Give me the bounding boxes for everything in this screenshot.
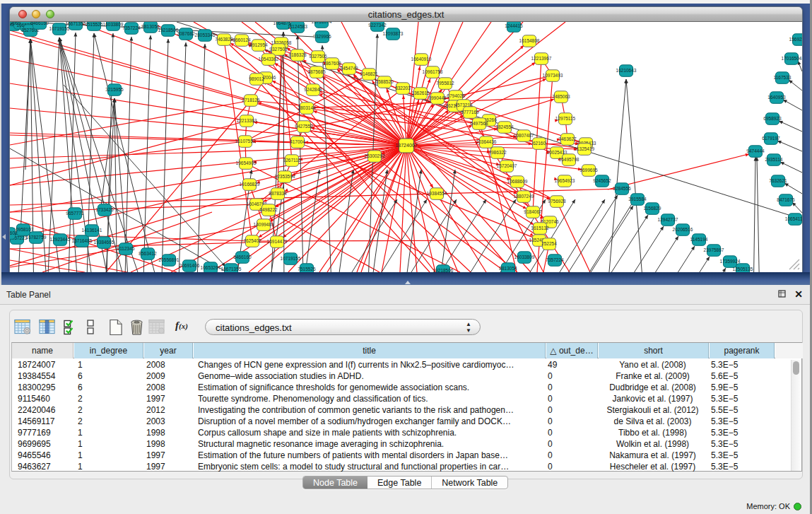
svg-text:16210643: 16210643	[616, 68, 637, 73]
svg-text:9463627: 9463627	[558, 136, 577, 141]
svg-text:12213363: 12213363	[237, 118, 257, 123]
svg-text:2087682: 2087682	[177, 31, 195, 36]
svg-text:7625402: 7625402	[243, 238, 261, 243]
svg-text:9777169: 9777169	[461, 110, 479, 115]
svg-text:23975867: 23975867	[704, 247, 724, 252]
svg-text:19166829: 19166829	[240, 182, 260, 187]
svg-text:12505135: 12505135	[733, 267, 753, 271]
svg-text:2935114: 2935114	[765, 157, 783, 162]
svg-text:10961758: 10961758	[423, 69, 443, 74]
svg-text:16782759: 16782759	[26, 235, 47, 240]
svg-text:12353594: 12353594	[275, 174, 295, 179]
svg-text:3215955: 3215955	[105, 87, 124, 92]
svg-text:3875685: 3875685	[307, 69, 326, 74]
svg-text:6497568: 6497568	[470, 121, 488, 126]
svg-text:12923445: 12923445	[50, 237, 71, 242]
svg-text:8912954: 8912954	[249, 42, 268, 47]
svg-text:8471676: 8471676	[777, 197, 795, 202]
svg-text:6466160: 6466160	[30, 22, 49, 25]
svg-text:25300293: 25300293	[365, 153, 385, 158]
svg-text:10688609: 10688609	[507, 179, 528, 184]
svg-text:8990448: 8990448	[428, 95, 447, 100]
svg-text:18724007: 18724007	[395, 143, 417, 148]
svg-text:20206516: 20206516	[673, 227, 693, 232]
svg-text:9227342: 9227342	[368, 23, 387, 28]
svg-text:10543362: 10543362	[259, 57, 279, 62]
svg-text:17016504: 17016504	[782, 56, 802, 61]
svg-text:10719155: 10719155	[281, 256, 301, 261]
svg-text:8563412: 8563412	[139, 251, 157, 256]
svg-text:1145194: 1145194	[690, 237, 708, 242]
svg-text:9657771: 9657771	[66, 211, 84, 216]
svg-text:3824554: 3824554	[495, 124, 514, 129]
svg-text:1156829: 1156829	[644, 206, 661, 211]
svg-text:19384554: 19384554	[427, 191, 447, 196]
svg-text:16671355: 16671355	[66, 22, 86, 26]
svg-text:9699695: 9699695	[579, 168, 598, 173]
svg-text:1244415: 1244415	[505, 23, 523, 28]
svg-text:19654905: 19654905	[236, 160, 257, 165]
svg-text:1733426: 1733426	[95, 207, 114, 212]
svg-text:12093873: 12093873	[383, 31, 404, 36]
svg-text:16033809: 16033809	[514, 255, 535, 259]
svg-text:9284556: 9284556	[613, 186, 631, 191]
svg-text:15692371: 15692371	[789, 37, 802, 42]
svg-text:16107552: 16107552	[235, 139, 256, 144]
svg-text:3915584: 3915584	[628, 197, 647, 201]
svg-text:16495798: 16495798	[559, 157, 579, 162]
svg-text:7955812: 7955812	[436, 81, 454, 86]
svg-text:9756928: 9756928	[548, 199, 566, 204]
svg-text:16154808: 16154808	[519, 38, 540, 43]
svg-text:16671355: 16671355	[221, 267, 242, 271]
svg-text:19218506: 19218506	[158, 28, 179, 33]
svg-text:1362615: 1362615	[411, 90, 430, 95]
svg-text:12213967: 12213967	[531, 56, 552, 61]
svg-text:6466160: 6466160	[233, 255, 252, 259]
svg-text:6179197: 6179197	[762, 136, 780, 141]
svg-text:6958923: 6958923	[763, 116, 782, 121]
svg-text:1588520: 1588520	[375, 79, 394, 84]
svg-text:15751074: 15751074	[312, 22, 332, 24]
svg-text:10807487: 10807487	[514, 133, 534, 138]
svg-text:9245652: 9245652	[593, 178, 611, 183]
svg-text:9327506: 9327506	[309, 54, 327, 59]
svg-text:2718126: 2718126	[242, 98, 260, 103]
svg-text:7357224: 7357224	[546, 257, 564, 262]
svg-text:3267110: 3267110	[283, 158, 301, 163]
svg-text:14099489: 14099489	[254, 222, 274, 227]
svg-text:14136141: 14136141	[82, 228, 102, 233]
svg-text:6498222: 6498222	[259, 207, 278, 212]
svg-text:11124583: 11124583	[288, 24, 307, 29]
svg-text:18807249: 18807249	[514, 194, 534, 199]
svg-text:17359924: 17359924	[720, 259, 741, 264]
svg-text:2803144: 2803144	[298, 105, 316, 110]
svg-text:8660124: 8660124	[233, 37, 251, 42]
svg-text:9112345: 9112345	[117, 246, 135, 251]
svg-text:7515526: 7515526	[85, 22, 103, 27]
svg-text:9474444: 9474444	[746, 148, 765, 153]
svg-text:20364436: 20364436	[476, 139, 497, 144]
svg-text:10973493: 10973493	[543, 73, 563, 78]
svg-text:8813054: 8813054	[499, 266, 517, 271]
svg-text:9329966: 9329966	[313, 34, 331, 39]
svg-text:19384665: 19384665	[94, 240, 114, 245]
svg-text:6794028: 6794028	[447, 93, 465, 98]
svg-text:7357224: 7357224	[122, 25, 141, 30]
svg-text:1527602: 1527602	[10, 230, 18, 235]
svg-text:8427552: 8427552	[295, 124, 313, 129]
svg-text:989012: 989012	[249, 76, 264, 81]
svg-text:1167533: 1167533	[774, 75, 792, 80]
svg-text:12975115: 12975115	[555, 116, 576, 121]
svg-text:20556891: 20556891	[159, 257, 180, 262]
svg-text:12942737: 12942737	[658, 217, 678, 222]
svg-text:11325419: 11325419	[575, 146, 595, 151]
svg-text:8813054: 8813054	[141, 24, 160, 29]
svg-text:62160: 62160	[533, 141, 546, 146]
svg-text:8878334: 8878334	[269, 191, 287, 196]
svg-text:1615132: 1615132	[531, 226, 549, 230]
svg-text:10719155: 10719155	[49, 26, 70, 31]
svg-text:8186328: 8186328	[288, 52, 307, 57]
svg-text:19654923: 19654923	[555, 178, 575, 183]
svg-text:7485063: 7485063	[552, 94, 570, 99]
svg-text:9184067: 9184067	[524, 209, 542, 214]
